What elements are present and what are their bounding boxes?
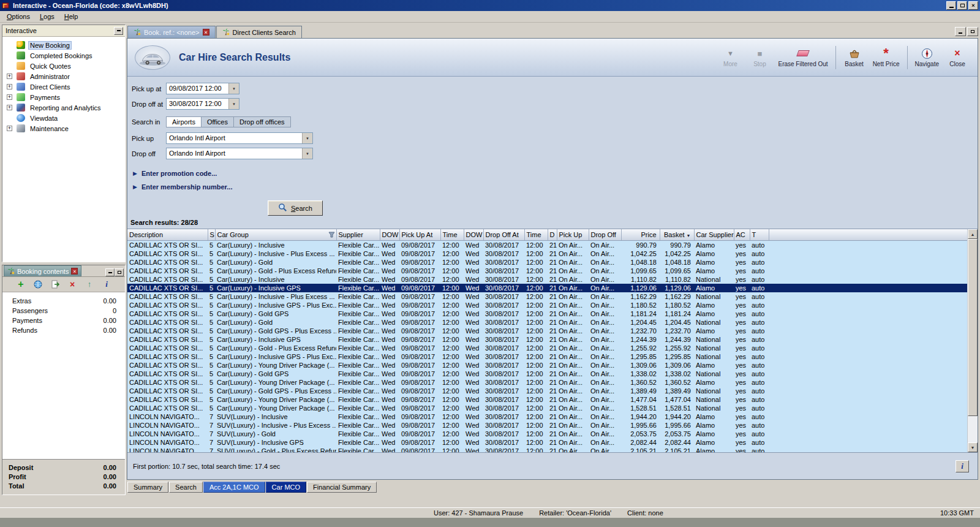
col-header-pick-up-at-5[interactable]: Pick Up At	[399, 229, 440, 240]
sidebar-item-completed-bookings[interactable]: Completed Bookings	[4, 50, 124, 61]
dropoff-airport-combo[interactable]: Orlando Intl Airport ▼	[166, 148, 313, 159]
sidebar-item-quick-quotes[interactable]: Quick Quotes	[4, 61, 124, 71]
sidebar-item-new-booking[interactable]: New Booking	[4, 40, 124, 50]
col-header-dow-7[interactable]: DOW	[464, 229, 483, 240]
tab-close-icon[interactable]: ×	[203, 29, 209, 36]
dropdown-arrow-icon[interactable]: ▼	[228, 99, 239, 109]
sidebar-item-reporting-and-analytics[interactable]: +Reporting and Analytics	[4, 102, 124, 113]
menu-item-help[interactable]: Help	[59, 12, 83, 21]
bottom-tab-financial-summary[interactable]: Financial Summary	[307, 482, 377, 493]
add-icon[interactable]: +	[15, 279, 26, 290]
vertical-scrollbar[interactable]: ▲ ▼	[967, 229, 978, 452]
result-row-24[interactable]: LINCOLN NAVIGATO...7SUV(Luxury) - Gold -…	[127, 447, 967, 453]
dropdown-arrow-icon[interactable]: ▼	[302, 133, 312, 143]
expand-icon[interactable]: +	[7, 105, 12, 110]
result-row-12[interactable]: CADILLAC XTS OR SI...5Car(Luxury) - Gold…	[127, 344, 967, 352]
scrollbar-track[interactable]	[968, 239, 978, 442]
col-header-car-group-2[interactable]: Car Group	[215, 229, 336, 240]
info-icon[interactable]: i	[101, 279, 112, 290]
pickup-at-combo[interactable]: 09/08/2017 12:00 ▼	[166, 83, 239, 94]
menu-item-options[interactable]: Options	[2, 12, 35, 21]
bottom-tab-car-mco[interactable]: Car MCO	[266, 482, 306, 493]
globe-icon[interactable]	[32, 279, 43, 290]
result-row-19[interactable]: CADILLAC XTS OR SI...5Car(Luxury) - Youn…	[127, 404, 967, 412]
bottom-tab-search[interactable]: Search	[169, 482, 203, 493]
sidebar-item-administrator[interactable]: +Administrator	[4, 71, 124, 82]
scroll-down-button[interactable]: ▼	[968, 442, 978, 452]
col-header-t-17[interactable]: T	[750, 229, 769, 240]
tab-direct-clients-search[interactable]: Direct Clients Search	[216, 26, 302, 38]
close-booking-contents-icon[interactable]: ×	[71, 268, 78, 275]
expand-icon[interactable]: +	[7, 74, 12, 79]
search-in-tab-airports[interactable]: Airports	[166, 116, 202, 127]
result-row-2[interactable]: CADILLAC XTS OR SI...5Car(Luxury) - Gold…	[127, 258, 967, 267]
result-row-15[interactable]: CADILLAC XTS OR SI...5Car(Luxury) - Gold…	[127, 370, 967, 378]
result-row-11[interactable]: CADILLAC XTS OR SI...5Car(Luxury) - Incl…	[127, 335, 967, 344]
result-row-7[interactable]: CADILLAC XTS OR SI...5Car(Luxury) - Incl…	[127, 301, 967, 309]
result-row-17[interactable]: CADILLAC XTS OR SI...5Car(Luxury) - Gold…	[127, 387, 967, 395]
bottom-tab-acc-2a-1c-mco[interactable]: Acc 2A,1C MCO	[203, 482, 265, 493]
col-header-pick-up-11[interactable]: Pick Up	[557, 229, 589, 240]
result-row-0[interactable]: CADILLAC XTS OR SI...5Car(Luxury) - Incl…	[127, 240, 967, 249]
result-row-9[interactable]: CADILLAC XTS OR SI...5Car(Luxury) - Gold…	[127, 318, 967, 327]
info-button[interactable]: i	[956, 460, 969, 472]
col-header-drop-off-at-8[interactable]: Drop Off At	[483, 229, 524, 240]
result-row-5[interactable]: CADILLAC XTS OR SI...5Car(Luxury) - Incl…	[127, 284, 967, 292]
col-header-supplier-3[interactable]: Supplier	[336, 229, 380, 240]
expand-icon[interactable]: +	[7, 94, 12, 100]
minimize-document-button[interactable]	[955, 27, 966, 36]
navigate-button[interactable]: Navigate	[912, 46, 942, 69]
sidebar-item-direct-clients[interactable]: +Direct Clients	[4, 82, 124, 92]
col-header-description-0[interactable]: Description	[127, 229, 208, 240]
col-header-basket-14[interactable]: Basket▼	[660, 229, 694, 240]
search-button[interactable]: Search	[268, 200, 323, 216]
result-row-1[interactable]: CADILLAC XTS OR SI...5Car(Luxury) - Incl…	[127, 249, 967, 258]
sidebar-item-viewdata[interactable]: Viewdata	[4, 113, 124, 123]
delete-icon[interactable]: ×	[67, 279, 78, 290]
col-header-drop-off-12[interactable]: Drop Off	[589, 229, 621, 240]
result-row-14[interactable]: CADILLAC XTS OR SI...5Car(Luxury) - Youn…	[127, 361, 967, 370]
search-in-tab-dropoff-offices[interactable]: Drop off offices	[234, 116, 291, 127]
expand-icon[interactable]: +	[7, 126, 12, 131]
result-row-21[interactable]: LINCOLN NAVIGATO...7SUV(Luxury) - Inclus…	[127, 421, 967, 430]
restore-booking-panel-button[interactable]	[115, 268, 124, 276]
menu-item-logs[interactable]: Logs	[35, 12, 59, 21]
col-header-d-10[interactable]: D	[548, 229, 557, 240]
restore-document-button[interactable]	[967, 27, 978, 36]
pickup-airport-combo[interactable]: Orlando Intl Airport ▼	[166, 132, 313, 144]
tab-booking-ref[interactable]: Book. ref.: <none> ×	[127, 26, 216, 38]
result-row-18[interactable]: CADILLAC XTS OR SI...5Car(Luxury) - Youn…	[127, 395, 967, 404]
booking-contents-tab[interactable]: Booking contents ×	[4, 265, 81, 276]
search-in-tab-offices[interactable]: Offices	[202, 116, 234, 127]
minimize-button[interactable]	[946, 1, 956, 10]
erase-filtered-out-button[interactable]: Erase Filtered Out	[775, 46, 831, 69]
dropoff-at-combo[interactable]: 30/08/2017 12:00 ▼	[166, 98, 239, 110]
sidebar-item-maintenance[interactable]: +Maintenance	[4, 123, 124, 134]
result-row-22[interactable]: LINCOLN NAVIGATO...7SUV(Luxury) - GoldFl…	[127, 430, 967, 438]
close-button[interactable]: ×Close	[943, 46, 971, 69]
filter-icon[interactable]	[328, 232, 335, 239]
nett-price-button[interactable]: *Nett Price	[870, 46, 903, 69]
upload-icon[interactable]: ↑	[84, 279, 95, 290]
scroll-up-button[interactable]: ▲	[968, 229, 978, 239]
result-row-8[interactable]: CADILLAC XTS OR SI...5Car(Luxury) - Gold…	[127, 309, 967, 318]
col-header-dow-4[interactable]: DOW	[380, 229, 399, 240]
stop-button[interactable]: ■Stop	[745, 46, 774, 69]
minimize-booking-panel-button[interactable]	[105, 268, 115, 276]
more-button[interactable]: ▼More	[716, 46, 744, 69]
expand-icon[interactable]: +	[7, 84, 12, 89]
bottom-tab-summary[interactable]: Summary	[127, 482, 168, 493]
export-icon[interactable]	[50, 279, 61, 290]
col-header-s-1[interactable]: S	[208, 229, 215, 240]
col-header-time-6[interactable]: Time	[440, 229, 464, 240]
basket-button[interactable]: Basket	[840, 46, 869, 69]
dropdown-arrow-icon[interactable]: ▼	[302, 148, 312, 159]
maximize-button[interactable]	[957, 1, 967, 10]
col-header-time-9[interactable]: Time	[524, 229, 548, 240]
result-row-20[interactable]: LINCOLN NAVIGATO...7SUV(Luxury) - Inclus…	[127, 412, 967, 421]
promo-code-expander[interactable]: ▶ Enter promotion code...	[133, 168, 978, 179]
result-row-13[interactable]: CADILLAC XTS OR SI...5Car(Luxury) - Incl…	[127, 352, 967, 361]
result-row-23[interactable]: LINCOLN NAVIGATO...7SUV(Luxury) - Inclus…	[127, 438, 967, 447]
result-row-6[interactable]: CADILLAC XTS OR SI...5Car(Luxury) - Incl…	[127, 292, 967, 301]
collapse-panel-button[interactable]	[114, 27, 123, 35]
